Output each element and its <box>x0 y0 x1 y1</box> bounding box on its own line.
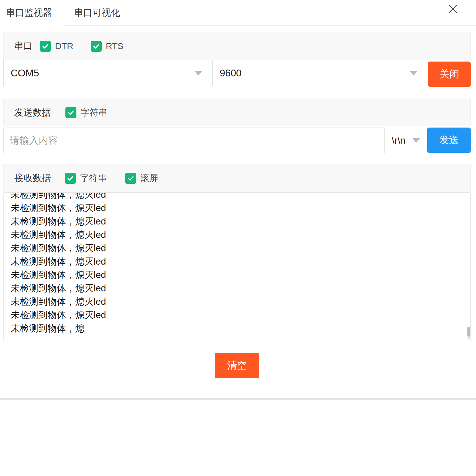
checkbox-checked-icon <box>125 173 136 184</box>
send-data-section: 发送数据 字符串 \r\n 发送 <box>3 99 471 153</box>
close-icon[interactable] <box>447 3 459 15</box>
receive-string-checkbox[interactable]: 字符串 <box>65 172 107 184</box>
serial-port-header: 串口 DTR RTS <box>3 32 471 60</box>
scroll-checkbox-label: 滚屏 <box>140 172 158 184</box>
dropdown-arrow-icon <box>409 71 418 76</box>
send-button[interactable]: 发送 <box>427 128 471 153</box>
receive-string-checkbox-label: 字符串 <box>80 172 107 184</box>
checkbox-checked-icon <box>65 107 76 118</box>
dtr-checkbox[interactable]: DTR <box>40 41 73 52</box>
rts-checkbox[interactable]: RTS <box>91 41 123 52</box>
bottom-divider <box>0 398 476 400</box>
main-content: 串口 DTR RTS COM5 <box>0 32 476 378</box>
rts-checkbox-label: RTS <box>106 41 123 51</box>
send-data-header: 发送数据 字符串 <box>3 99 471 126</box>
received-data-area[interactable]: 未检测到物体，熄灭led未检测到物体，熄灭led未检测到物体，熄灭led未检测到… <box>3 192 471 341</box>
received-line: 未检测到物体，熄灭led <box>11 295 470 308</box>
received-line: 未检测到物体，熄灭led <box>11 192 470 201</box>
received-lines: 未检测到物体，熄灭led未检测到物体，熄灭led未检测到物体，熄灭led未检测到… <box>4 192 470 335</box>
received-line: 未检测到物体，熄 <box>11 322 470 335</box>
received-line: 未检测到物体，熄灭led <box>11 282 470 295</box>
scroll-checkbox[interactable]: 滚屏 <box>125 172 158 184</box>
port-select[interactable]: COM5 <box>3 60 211 86</box>
send-data-label: 发送数据 <box>14 106 51 119</box>
baud-select[interactable]: 9600 <box>212 60 426 86</box>
baud-select-value: 9600 <box>220 67 409 79</box>
tab-serial-monitor[interactable]: 串口监视器 <box>0 0 63 26</box>
serial-port-controls-row: COM5 9600 关闭 <box>3 60 471 87</box>
received-line: 未检测到物体，熄灭led <box>11 241 470 255</box>
receive-data-header: 接收数据 字符串 滚屏 <box>3 164 471 192</box>
received-line: 未检测到物体，熄灭led <box>11 255 470 268</box>
received-line: 未检测到物体，熄灭led <box>11 215 470 228</box>
port-select-value: COM5 <box>11 67 194 79</box>
serial-port-label: 串口 <box>14 40 33 52</box>
clear-button-row: 清空 <box>3 353 471 378</box>
received-line: 未检测到物体，熄灭led <box>11 201 470 215</box>
dropdown-arrow-icon <box>412 138 420 143</box>
line-ending-value: \r\n <box>392 135 405 146</box>
serial-monitor-window: 串口监视器 串口可视化 串口 DTR <box>0 0 476 476</box>
dtr-checkbox-label: DTR <box>55 41 73 51</box>
dropdown-arrow-icon <box>194 71 202 76</box>
tab-serial-visualization-label: 串口可视化 <box>74 7 120 19</box>
received-line: 未检测到物体，熄灭led <box>11 308 470 322</box>
received-line: 未检测到物体，熄灭led <box>11 268 470 282</box>
receive-data-label: 接收数据 <box>14 172 51 184</box>
receive-data-section: 接收数据 字符串 滚屏 未检测到物体，熄灭led未检测到物体，熄灭led未检测到… <box>3 164 471 341</box>
checkbox-checked-icon <box>91 41 102 52</box>
clear-button[interactable]: 清空 <box>215 353 259 378</box>
send-string-checkbox[interactable]: 字符串 <box>65 106 107 119</box>
send-controls-row: \r\n 发送 <box>3 128 471 153</box>
tab-serial-visualization[interactable]: 串口可视化 <box>63 0 135 26</box>
send-input[interactable] <box>3 128 385 153</box>
line-ending-select[interactable]: \r\n <box>385 128 427 153</box>
send-string-checkbox-label: 字符串 <box>81 106 107 119</box>
received-line: 未检测到物体，熄灭led <box>11 228 470 241</box>
checkbox-checked-icon <box>65 173 76 184</box>
resize-handle-icon[interactable] <box>466 335 470 340</box>
checkbox-checked-icon <box>40 41 51 52</box>
tab-bar: 串口监视器 串口可视化 <box>0 0 476 26</box>
tab-serial-monitor-label: 串口监视器 <box>6 7 52 19</box>
close-port-button[interactable]: 关闭 <box>428 62 471 87</box>
serial-port-section: 串口 DTR RTS COM5 <box>3 32 471 87</box>
